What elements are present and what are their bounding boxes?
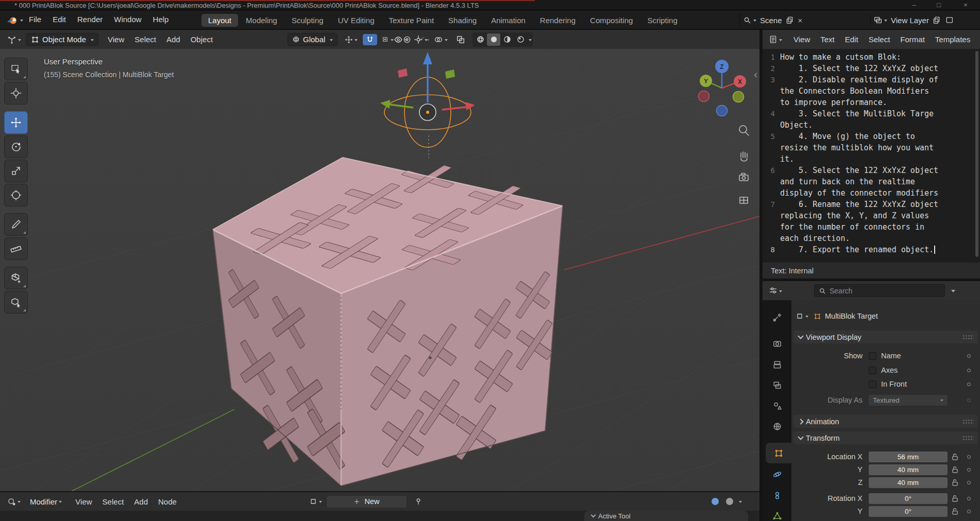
workspace-tab-modeling[interactable]: Modeling <box>239 14 284 27</box>
new-view-layer-icon[interactable] <box>933 16 941 24</box>
viewport-menu-object[interactable]: Object <box>185 35 218 44</box>
axis-ball-neg-x[interactable] <box>699 91 709 102</box>
axis-ball-neg-y[interactable] <box>733 92 744 102</box>
text-menu-templates[interactable]: Templates <box>930 35 975 44</box>
text-line[interactable]: for the number of connectors in <box>763 221 980 233</box>
shading-material-button[interactable] <box>500 33 514 46</box>
node-menu-node[interactable]: Node <box>153 497 182 506</box>
text-menu-edit[interactable]: Edit <box>840 35 864 44</box>
close-button[interactable]: × <box>951 0 980 10</box>
editor-type-properties-icon[interactable] <box>766 285 785 297</box>
transform-orientation-dropdown[interactable]: Global <box>288 33 337 46</box>
pivot-point-dropdown[interactable] <box>342 34 361 45</box>
workspace-tab-scripting[interactable]: Scripting <box>640 14 684 27</box>
gizmo-yz-plane-handle[interactable] <box>445 70 455 79</box>
blender-logo[interactable] <box>6 15 19 25</box>
animate-dot[interactable] <box>967 369 971 372</box>
minimize-button[interactable]: – <box>902 0 926 10</box>
breadcrumb-caret[interactable] <box>805 316 808 319</box>
view-layer-icon[interactable] <box>873 15 883 25</box>
animate-dot[interactable] <box>967 481 971 484</box>
lock-open-icon[interactable] <box>952 495 958 502</box>
text-editor[interactable]: 1How to make a cutsom Blok: 2 1. Select … <box>763 49 980 263</box>
pin-icon[interactable] <box>414 497 423 506</box>
node-editor-content[interactable]: Active Tool <box>0 511 759 521</box>
animate-dot[interactable] <box>967 497 971 500</box>
maximize-button[interactable]: □ <box>926 0 951 10</box>
shading-wireframe-button[interactable] <box>474 33 487 46</box>
lock-open-icon[interactable] <box>952 453 958 461</box>
text-line[interactable]: 2 1. Select the 122 XxYxZ object <box>763 63 980 74</box>
menu-edit[interactable]: Edit <box>47 10 72 30</box>
tab-tool[interactable] <box>763 307 791 327</box>
remove-view-layer-icon[interactable] <box>945 16 953 24</box>
gizmos-dropdown[interactable] <box>411 33 431 46</box>
workspace-tab-shading[interactable]: Shading <box>442 14 483 27</box>
animate-dot[interactable] <box>967 398 971 402</box>
lock-open-icon[interactable] <box>952 479 958 487</box>
lock-open-icon[interactable] <box>952 466 958 474</box>
text-line[interactable]: 5 4. Move (g) the object to <box>763 131 980 142</box>
tab-object-data[interactable] <box>763 506 791 521</box>
tab-output[interactable] <box>763 354 791 375</box>
text-line[interactable]: 6 5. Select the 122 XxYxZ object <box>763 165 980 176</box>
viewport-3d[interactable]: Z Y X User Perspective (155) Scene Colle… <box>0 49 759 491</box>
tab-render[interactable] <box>763 333 791 354</box>
node-menu-view[interactable]: View <box>70 497 97 506</box>
animate-dot[interactable] <box>967 383 971 386</box>
workspace-tab-rendering[interactable]: Rendering <box>533 14 582 27</box>
checkbox-show-name[interactable] <box>869 352 876 360</box>
orthographic-toggle-icon[interactable] <box>740 197 748 203</box>
snap-toggle[interactable] <box>363 34 377 45</box>
overlays-dropdown[interactable] <box>431 33 451 46</box>
xray-toggle[interactable] <box>453 33 468 46</box>
rotate-tool[interactable] <box>4 135 28 158</box>
text-line[interactable]: display of the connector modifiers <box>763 187 980 199</box>
node-menu-add[interactable]: Add <box>129 497 153 506</box>
text-line[interactable]: and turn back on the realtime <box>763 176 980 187</box>
breadcrumb-object-name[interactable]: MultiBlok Target <box>825 312 878 320</box>
axis-ball-neg-z[interactable] <box>717 106 728 116</box>
text-datablock-label[interactable]: Text: Internal <box>763 267 814 275</box>
panel-transform[interactable]: Transform <box>793 431 978 444</box>
annotate-tool[interactable] <box>4 213 28 236</box>
interactive-add-tool[interactable] <box>4 291 28 314</box>
rotation-y-field[interactable]: 0° <box>869 506 948 517</box>
text-menu-format[interactable]: Format <box>895 35 930 44</box>
properties-filter-caret[interactable] <box>951 290 955 294</box>
pan-hand-icon[interactable] <box>741 152 747 161</box>
editor-type-text-icon[interactable] <box>766 33 785 45</box>
viewport-menu-view[interactable]: View <box>103 35 129 44</box>
node-menu-select[interactable]: Select <box>97 497 129 506</box>
text-line[interactable]: Object. <box>763 119 980 131</box>
gizmo-y-arrow[interactable] <box>380 100 413 109</box>
menu-file[interactable]: File <box>23 10 47 30</box>
move-gizmo[interactable] <box>380 52 475 120</box>
multiblok-cube-object[interactable] <box>213 158 563 486</box>
animate-dot[interactable] <box>967 455 971 459</box>
rotation-x-field[interactable]: 0° <box>869 493 948 504</box>
text-line[interactable]: it. <box>763 153 980 165</box>
workspace-tab-layout[interactable]: Layout <box>201 14 238 27</box>
panel-animation[interactable]: Animation <box>793 415 978 428</box>
window-titlebar[interactable]: * 000 PrintABlok Source [C:\Users\joeal\… <box>0 0 980 10</box>
snap-node-icon[interactable] <box>710 496 720 507</box>
scene-name[interactable]: Scene <box>756 16 786 25</box>
editor-type-3d-viewport-icon[interactable] <box>4 33 24 46</box>
sidebar-collapse-arrow[interactable]: ‹ <box>754 68 757 80</box>
tab-object-active[interactable] <box>766 443 791 463</box>
animate-dot[interactable] <box>967 468 971 472</box>
viewport-menu-add[interactable]: Add <box>161 35 185 44</box>
new-node-tree-button[interactable]: New <box>326 495 407 508</box>
text-line[interactable]: 4 3. Select the MultiBlok Targe <box>763 108 980 119</box>
workspace-tab-compositing[interactable]: Compositing <box>583 14 639 27</box>
node-data-caret[interactable] <box>319 501 322 505</box>
location-x-field[interactable]: 56 mm <box>869 451 948 462</box>
text-line[interactable]: 7 6. Rename the 122 XxYxZ object <box>763 199 980 210</box>
panel-drag-grip[interactable] <box>962 436 974 440</box>
tab-scene[interactable] <box>763 395 791 416</box>
zoom-control-icon[interactable] <box>739 126 749 135</box>
workspace-tab-uv-editing[interactable]: UV Editing <box>331 14 381 27</box>
tab-view-layer[interactable] <box>763 375 791 395</box>
gizmo-xz-plane-handle[interactable] <box>398 68 408 78</box>
